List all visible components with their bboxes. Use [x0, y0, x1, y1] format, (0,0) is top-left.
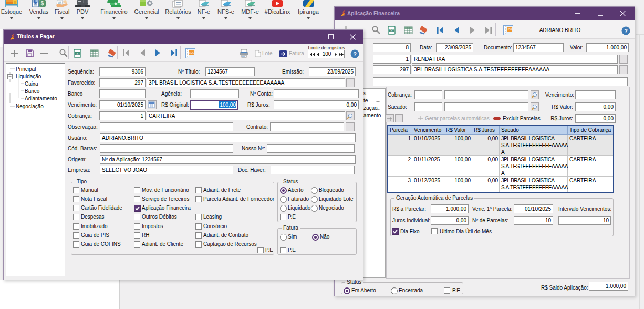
svg-text:TXT: TXT: [75, 53, 80, 55]
svg-text:LOG: LOG: [189, 52, 194, 54]
svg-text:?: ?: [624, 28, 628, 34]
svg-text:LOG: LOG: [507, 28, 512, 31]
svg-text:TXT: TXT: [389, 29, 394, 32]
svg-text:$: $: [41, 1, 44, 6]
svg-text:?: ?: [353, 51, 357, 57]
